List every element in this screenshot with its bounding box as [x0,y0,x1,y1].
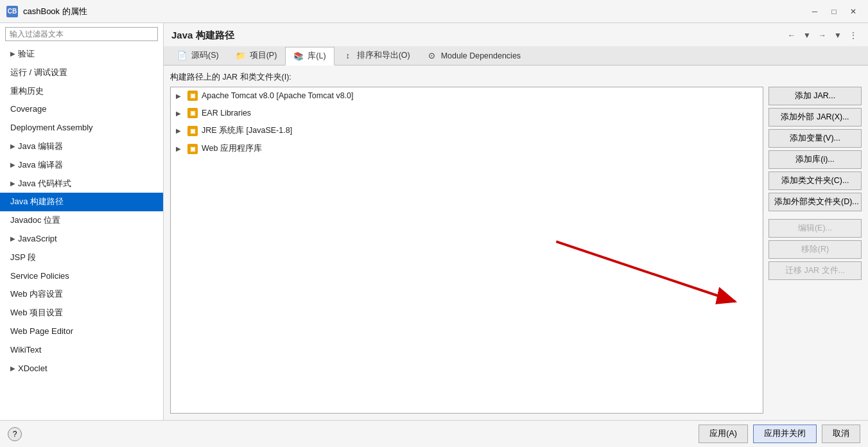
window-title: cashBook 的属性 [23,6,87,17]
nav-forward-dropdown[interactable]: ▼ [831,28,845,42]
sidebar-item-web-project[interactable]: Web 项目设置 [0,304,163,322]
jar-item-label: JRE 系统库 [JavaSE-1.8] [202,125,292,136]
cancel-button[interactable]: 取消 [822,425,860,443]
sidebar-item-deployment[interactable]: Deployment Assembly [0,119,163,137]
jar-item-jre[interactable]: ▶▣JRE 系统库 [JavaSE-1.8] [171,122,763,140]
panel-header: Java 构建路径 ← ▼ → ▼ ⋮ [164,23,868,46]
sidebar-item-label: JSP 段 [10,252,36,262]
jar-item-ear[interactable]: ▶▣EAR Libraries [171,105,763,122]
jar-expand-icon: ▶ [176,127,184,134]
nav-menu-button[interactable]: ⋮ [846,28,860,42]
jar-expand-icon: ▶ [176,110,184,117]
title-bar: CB cashBook 的属性 ─ □ ✕ [0,0,868,23]
jar-expand-icon: ▶ [176,145,184,152]
maximize-button[interactable]: □ [826,5,842,18]
tab-source[interactable]: 📄源码(S) [169,46,227,65]
tab-projects[interactable]: 📁项目(P) [227,46,286,65]
jar-item-web[interactable]: ▶▣Web 应用程序库 [171,140,763,158]
sidebar-item-javascript[interactable]: ▶JavaScript [0,230,163,249]
tabs-bar: 📄源码(S)📁项目(P)📚库(L)↕排序和导出(O)⊙Module Depend… [164,46,868,66]
jar-expand-icon: ▶ [176,92,184,100]
sidebar-item-label: 重构历史 [10,86,44,96]
sidebar-item-label: Java 代码样式 [18,177,71,191]
action-btn-add-library[interactable]: 添加库(i)... [768,150,862,169]
content-label: 构建路径上的 JAR 和类文件夹(I): [170,72,862,83]
sidebar-item-javadoc[interactable]: Javadoc 位置 [0,211,163,230]
sidebar-scroll: ▶验证运行 / 调试设置重构历史CoverageDeployment Assem… [0,45,163,420]
nav-back-dropdown[interactable]: ▼ [800,28,814,42]
sidebar-item-web-content[interactable]: Web 内容设置 [0,285,163,304]
tab-module-deps[interactable]: ⊙Module Dependencies [419,47,529,65]
tab-label-libraries: 库(L) [308,51,326,62]
bottom-bar: ? 应用(A) 应用并关闭 取消 [0,420,868,447]
action-btn-add-jar[interactable]: 添加 JAR... [768,87,862,105]
sidebar-item-run-debug[interactable]: 运行 / 调试设置 [0,64,163,82]
sidebar-item-label: Java 构建路径 [10,197,64,206]
nav-back-button[interactable]: ← [785,28,799,42]
sidebar-item-wikitext[interactable]: WikiText [0,341,163,360]
sidebar-item-jsp[interactable]: JSP 段 [0,249,163,267]
content-area: 构建路径上的 JAR 和类文件夹(I): ▶▣Apache Tomcat v8.… [164,66,868,420]
sidebar-item-label: Java 编辑器 [18,140,63,153]
jar-library-icon: ▣ [187,126,198,136]
action-btn-add-external-jar[interactable]: 添加外部 JAR(X)... [768,108,862,127]
action-btn-add-class-folder[interactable]: 添加类文件夹(C)... [768,171,862,190]
sidebar-item-verify[interactable]: ▶验证 [0,45,163,64]
title-bar-controls: ─ □ ✕ [806,5,862,18]
tab-icon-libraries: 📚 [293,51,304,61]
sidebar-arrow-icon: ▶ [10,49,15,59]
sidebar-item-label: Coverage [10,104,46,114]
sidebar-item-label: WikiText [10,345,41,355]
title-bar-left: CB cashBook 的属性 [6,6,87,17]
sidebar-item-java-build-path[interactable]: Java 构建路径 [0,193,163,211]
tab-label-source: 源码(S) [191,50,219,61]
sidebar-item-refactor[interactable]: 重构历史 [0,82,163,101]
sidebar-arrow-icon: ▶ [10,160,15,170]
sidebar-item-label: XDoclet [18,362,48,376]
apply-close-button[interactable]: 应用并关闭 [753,425,817,443]
sidebar-item-label: Javadoc 位置 [10,215,60,225]
nav-forward-button[interactable]: → [815,28,829,42]
sidebar-item-java-editor[interactable]: ▶Java 编辑器 [0,137,163,156]
help-button[interactable]: ? [8,427,22,441]
app-icon: CB [6,6,18,17]
sidebar-item-java-code-style[interactable]: ▶Java 代码样式 [0,175,163,193]
jar-item-label: Apache Tomcat v8.0 [Apache Tomcat v8.0] [202,91,353,100]
right-panel: Java 构建路径 ← ▼ → ▼ ⋮ 📄源码(S)📁项目(P)📚库(L)↕排序… [164,23,868,420]
jar-item-tomcat[interactable]: ▶▣Apache Tomcat v8.0 [Apache Tomcat v8.0… [171,87,763,105]
tab-label-projects: 项目(P) [250,50,277,61]
tab-order[interactable]: ↕排序和导出(O) [334,46,419,65]
filter-input[interactable] [5,27,158,41]
sidebar-item-java-compiler[interactable]: ▶Java 编译器 [0,156,163,175]
bottom-right: 应用(A) 应用并关闭 取消 [699,425,860,443]
sidebar-item-coverage[interactable]: Coverage [0,100,163,119]
jar-item-label: EAR Libraries [202,109,251,118]
sidebar-arrow-icon: ▶ [10,179,15,189]
sidebar-item-label: 验证 [18,48,35,61]
action-btn-remove: 移除(R) [768,240,862,259]
tab-icon-module-deps: ⊙ [427,51,437,61]
sidebar-item-label: Java 编译器 [18,159,63,172]
jar-library-icon: ▣ [187,108,198,118]
panel-title: Java 构建路径 [171,30,234,42]
jar-item-label: Web 应用程序库 [202,143,262,154]
close-button[interactable]: ✕ [845,5,862,18]
minimize-button[interactable]: ─ [806,5,823,18]
apply-button[interactable]: 应用(A) [699,425,748,443]
panel-nav-icons: ← ▼ → ▼ ⋮ [785,28,860,42]
sidebar-item-label: 运行 / 调试设置 [10,67,67,77]
sidebar-item-service-policies[interactable]: Service Policies [0,267,163,286]
sidebar-arrow-icon: ▶ [10,364,15,374]
sidebar-item-label: Web 内容设置 [10,289,63,299]
sidebar-item-xdoclet[interactable]: ▶XDoclet [0,360,163,378]
sidebar-arrow-icon: ▶ [10,234,15,244]
sidebar-item-web-page-editor[interactable]: Web Page Editor [0,322,163,341]
tab-libraries[interactable]: 📚库(L) [285,47,334,66]
buttons-panel: 添加 JAR...添加外部 JAR(X)...添加变量(V)...添加库(i).… [768,87,862,414]
action-btn-add-external-class[interactable]: 添加外部类文件夹(D)... [768,193,862,211]
main-content: ▶验证运行 / 调试设置重构历史CoverageDeployment Assem… [0,23,868,420]
sidebar-item-label: Service Policies [10,271,69,281]
tab-icon-projects: 📁 [236,51,246,61]
button-spacer [768,214,862,216]
action-btn-add-variable[interactable]: 添加变量(V)... [768,129,862,148]
